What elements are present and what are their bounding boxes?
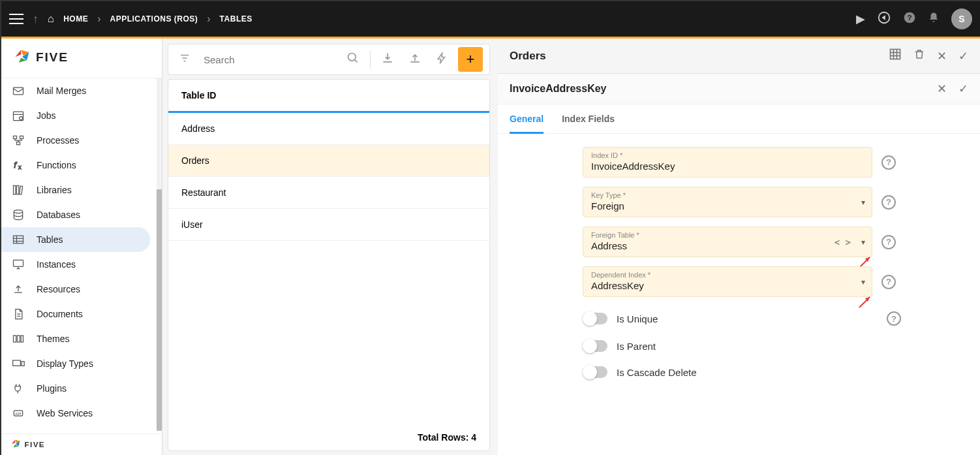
sidebar-item-functions[interactable]: fxFunctions [1,153,162,178]
field-index-id-[interactable]: Index ID *InvoiceAddressKey [583,147,872,178]
check-icon[interactable]: ✓ [958,82,968,96]
scrollbar-thumb[interactable] [157,189,162,431]
sidebar-item-roles[interactable]: Roles [1,426,162,433]
field-key-type-[interactable]: Key Type *Foreign▾ [583,187,872,217]
toggle-is-unique[interactable] [583,313,607,324]
breadcrumb-apps[interactable]: APPLICATIONS (ROS) [110,14,198,24]
nav-list: Mail MergesJobsProcessesfxFunctionsLibra… [1,78,162,433]
svg-text:f: f [14,160,17,170]
sidebar-item-databases[interactable]: Databases [1,202,162,227]
svg-rect-15 [20,186,23,195]
sidebar-item-instances[interactable]: Instances [1,252,162,277]
help-icon[interactable]: ? [887,311,901,326]
filter-icon[interactable] [175,52,194,67]
svg-rect-9 [20,136,23,138]
logo[interactable]: FIVE [1,39,162,78]
svg-rect-26 [14,336,16,342]
sidebar-item-web-services[interactable]: APIWeb Services [1,401,162,426]
close-icon[interactable]: ✕ [937,49,947,63]
calendar-icon [9,108,27,123]
sub-header: InvoiceAddressKey ✕ ✓ [498,74,980,104]
table-row[interactable]: Restaurant [168,177,489,209]
breadcrumb-tables[interactable]: TABLES [220,14,253,24]
avatar[interactable]: S [951,8,972,29]
sidebar-item-tables[interactable]: Tables [1,227,150,252]
help-icon[interactable]: ? [881,235,896,249]
sidebar-item-processes[interactable]: Processes [1,128,162,153]
detail-header: Orders ✕ ✓ [498,39,980,74]
toggle-row: Is Parent [583,340,968,352]
sidebar-item-libraries[interactable]: Libraries [1,178,162,202]
help-icon[interactable]: ? [881,195,896,210]
sidebar-item-themes[interactable]: Themes [1,326,162,351]
lightning-icon[interactable] [432,52,452,67]
grid-icon[interactable] [889,48,902,64]
sidebar-item-jobs[interactable]: Jobs [1,103,162,128]
play-icon[interactable]: ▶ [856,12,865,26]
search-bar: + [168,44,490,75]
up-arrow-icon[interactable]: ↑ [33,12,38,26]
field-dependent-index-[interactable]: Dependent Index *AddressKey▾ [583,266,872,297]
import-icon[interactable] [377,52,398,67]
table-row[interactable]: iUser [168,209,489,241]
sidebar-item-documents[interactable]: Documents [1,302,162,326]
help-icon[interactable]: ? [881,275,896,289]
fx-icon: fx [9,158,27,172]
deploy-icon[interactable] [877,10,891,28]
sidebar-item-label: Tables [37,234,63,245]
svg-rect-30 [22,362,24,366]
field-foreign-table-[interactable]: Foreign Table *Address< >▾ [583,227,872,257]
plug-icon [9,381,27,396]
sidebar-item-label: Jobs [37,110,56,121]
search-input[interactable] [201,49,336,71]
sidebar-item-label: Functions [37,160,76,170]
svg-rect-28 [21,336,23,342]
sidebar-item-label: Web Services [37,408,93,418]
doc-icon [9,307,27,321]
add-button[interactable]: + [458,47,483,72]
help-icon[interactable]: ? [903,11,916,27]
tab-general[interactable]: General [510,104,544,133]
menu-icon[interactable] [9,14,23,24]
sidebar-item-mail-merges[interactable]: Mail Merges [1,78,162,103]
sidebar-item-resources[interactable]: Resources [1,277,162,302]
table-row[interactable]: Address [168,113,489,145]
db-icon [9,208,27,222]
toggle-is-cascade-delete[interactable] [583,366,607,378]
table-row[interactable]: Orders [168,145,489,177]
form-row: Dependent Index *AddressKey▾? [583,266,968,297]
scrollbar[interactable] [157,78,162,431]
trash-icon[interactable] [913,48,925,64]
check-icon[interactable]: ✓ [958,49,968,63]
export-icon[interactable] [405,52,425,67]
chevron-down-icon[interactable]: ▾ [861,198,865,207]
close-icon[interactable]: ✕ [937,82,947,96]
detail-actions: ✕ ✓ [889,48,968,64]
breadcrumb-home[interactable]: ⌂ HOME [48,13,88,25]
annotation-arrow-icon [857,294,873,309]
table-panel: Table ID AddressOrdersRestaurantiUser To… [168,79,490,451]
toggle-is-parent[interactable] [583,340,607,352]
main-layout: FIVE Mail MergesJobsProcessesfxFunctions… [1,39,980,455]
upload-icon [9,282,27,296]
chevron-down-icon[interactable]: ▾ [861,277,865,287]
users-icon [9,431,27,433]
tab-index-fields[interactable]: Index Fields [562,104,615,133]
svg-marker-49 [865,257,870,262]
search-icon[interactable] [343,52,363,67]
svg-marker-51 [865,297,870,302]
api-icon: API [9,406,27,420]
chevron-down-icon[interactable]: ▾ [861,238,865,247]
svg-rect-5 [14,112,23,120]
sidebar-item-plugins[interactable]: Plugins [1,376,162,401]
field-value: Address [591,240,864,251]
svg-rect-14 [17,185,19,194]
svg-text:API: API [15,412,22,416]
list-panel: + Table ID AddressOrdersRestaurantiUser … [162,39,495,455]
bell-icon[interactable] [928,12,940,27]
help-icon[interactable]: ? [881,155,896,170]
table-header[interactable]: Table ID [168,80,489,113]
code-icon[interactable]: < > [835,237,851,247]
sidebar-item-display-types[interactable]: Display Types [1,351,162,376]
field-value: InvoiceAddressKey [591,161,864,172]
